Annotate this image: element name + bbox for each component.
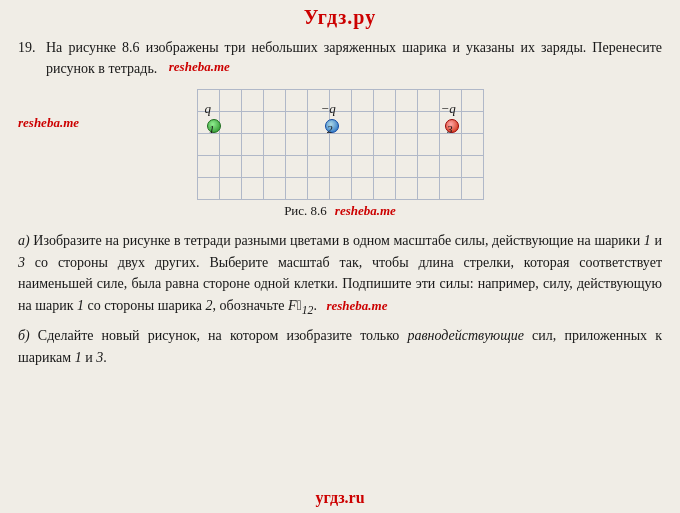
watermark-left: resheba.me (18, 115, 79, 131)
number-label-1: 1 (209, 123, 215, 135)
problem-number: 19. (18, 37, 42, 79)
figure-container: q 1 −q 2 −q (197, 89, 484, 219)
part-b: б) Сделайте новый рисунок, на котором из… (18, 325, 662, 368)
problem-block: 19. На рисунке 8.6 изображены три неболь… (18, 37, 662, 368)
grid-wrapper: q 1 −q 2 −q (197, 89, 484, 200)
site-header-text: Угдз.ру (304, 6, 376, 28)
number-label-2: 2 (327, 123, 333, 135)
watermark-part-a: resheba.me (326, 298, 387, 313)
site-header: Угдз.ру (0, 0, 680, 33)
charge-label-2: −q (321, 101, 336, 117)
table-row (197, 178, 483, 200)
site-footer: угдз.ru (0, 489, 680, 507)
site-footer-text: угдз.ru (315, 489, 364, 506)
page-wrapper: Угдз.ру 19. На рисунке 8.6 изображены тр… (0, 0, 680, 513)
main-content: 19. На рисунке 8.6 изображены три неболь… (0, 33, 680, 368)
charge-label-1: q (205, 101, 212, 117)
problem-header: 19. На рисунке 8.6 изображены три неболь… (18, 37, 662, 79)
watermark-1: resheba.me (169, 57, 230, 77)
part-b-label: б) (18, 328, 38, 343)
figure-caption-text: Рис. 8.6 (284, 203, 327, 219)
number-label-3: 3 (447, 123, 453, 135)
problem-intro-text: На рисунке 8.6 изображены три небольших … (46, 40, 662, 76)
charge-label-3: −q (441, 101, 456, 117)
table-row (197, 134, 483, 156)
part-a: а) Изобразите на рисунке в тетради разны… (18, 230, 662, 320)
table-row (197, 156, 483, 178)
part-a-label: а) (18, 233, 33, 248)
problem-intro: На рисунке 8.6 изображены три небольших … (46, 37, 662, 79)
watermark-caption: resheba.me (335, 203, 396, 219)
figure-caption-row: Рис. 8.6 resheba.me (284, 203, 396, 219)
part-b-text: Сделайте новый рисунок, на котором изобр… (18, 328, 662, 365)
